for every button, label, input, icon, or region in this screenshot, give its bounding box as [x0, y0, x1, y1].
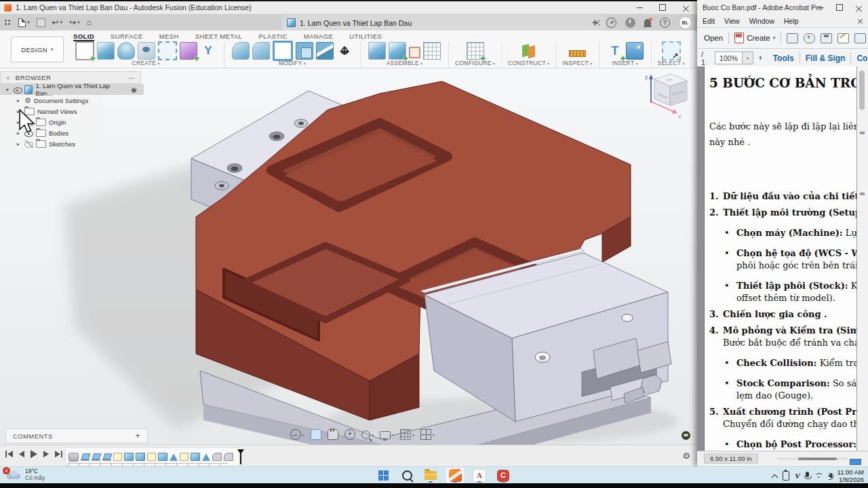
select-group-label[interactable]: SELECT▾: [658, 60, 685, 66]
undo-button[interactable]: ↩▾: [52, 18, 63, 27]
look-at-button[interactable]: [311, 429, 321, 440]
create-sketch-icon[interactable]: [75, 41, 94, 60]
toolbar-options-icon[interactable]: ⇟: [758, 55, 763, 61]
save-button[interactable]: [37, 18, 45, 27]
acrobat-tab-fill-sign[interactable]: Fill & Sign: [806, 54, 846, 63]
measure-icon[interactable]: [569, 50, 586, 57]
open-button[interactable]: Open: [704, 34, 723, 42]
configure-group-label[interactable]: CONFIGURE▾: [455, 60, 495, 66]
acrobat-tab-tools[interactable]: Tools: [773, 54, 794, 63]
job-status-icon[interactable]: [625, 18, 635, 28]
sign-icon[interactable]: [837, 33, 849, 43]
fusion-taskbar-button[interactable]: [446, 467, 465, 484]
menu-help[interactable]: Help: [784, 17, 799, 25]
timeline-settings-icon[interactable]: ⚙: [682, 451, 690, 461]
volume-icon[interactable]: [828, 473, 832, 479]
clock[interactable]: 11:00 AM 1/8/2026: [837, 468, 864, 483]
acrobat-tab-com[interactable]: Com: [856, 54, 868, 63]
hscroll-thumb[interactable]: [798, 458, 837, 460]
horizontal-scrollbar[interactable]: [777, 458, 848, 460]
acrobat-document-area[interactable]: 5 BƯỚC CƠ BẢN TRONG LẬPCác bước này sẽ l…: [697, 66, 868, 451]
zoom-button[interactable]: [344, 429, 355, 440]
timeline-sketch-icon[interactable]: [147, 453, 156, 461]
maximize-button[interactable]: [651, 1, 674, 14]
select-icon[interactable]: [662, 41, 681, 60]
combine-icon[interactable]: [296, 42, 313, 60]
extensions-icon[interactable]: [606, 18, 616, 28]
viewports-button[interactable]: ▾: [420, 429, 435, 440]
browser-item-document-settings[interactable]: ▸⚙Document Settings: [0, 95, 103, 106]
timeline-plane-icon[interactable]: [102, 453, 111, 461]
acrobat-taskbar-button[interactable]: A: [471, 468, 488, 483]
visibility-eye-icon[interactable]: [24, 140, 33, 148]
pan-button[interactable]: [328, 429, 338, 440]
add-comment-button[interactable]: +: [136, 431, 140, 441]
create-group-label[interactable]: CREATE▾: [132, 60, 160, 66]
orbit-button[interactable]: ▾: [290, 429, 304, 440]
menu-window[interactable]: Window: [749, 17, 774, 25]
timeline-step-forward-button[interactable]: [43, 451, 49, 458]
weather-widget[interactable]: 4 19°C Có mây: [5, 468, 45, 481]
ribbon-tab-manage[interactable]: MANAGE: [304, 33, 334, 41]
cloud-upload-icon[interactable]: [804, 33, 815, 43]
insert-tspline-icon[interactable]: [607, 43, 623, 59]
timeline-plane-icon[interactable]: [81, 453, 90, 461]
timeline-step-back-button[interactable]: [19, 451, 24, 458]
extrude-icon[interactable]: [97, 42, 115, 60]
close-button[interactable]: [674, 1, 697, 14]
joint-icon[interactable]: [389, 42, 406, 60]
new-tab-button[interactable]: +: [592, 17, 597, 28]
camtasia-taskbar-button[interactable]: C: [494, 468, 512, 483]
timeline-fillet-icon[interactable]: [224, 453, 233, 461]
press-pull-icon[interactable]: [232, 42, 250, 60]
redo-button[interactable]: ↪▾: [69, 18, 80, 27]
browser-item-sketches[interactable]: ▸Sketches: [0, 138, 103, 149]
home-button[interactable]: ⌂: [87, 18, 92, 27]
browser-item-bodies[interactable]: ▸Bodies: [0, 127, 103, 138]
timeline-go-end-button[interactable]: [55, 451, 62, 458]
viewport-canvas[interactable]: TOP FRONT RIG HT Z X « BROWSER — ▾1. Lam…: [0, 68, 697, 445]
hole-icon[interactable]: [138, 42, 155, 60]
comments-panel[interactable]: COMMENTS +: [5, 428, 148, 443]
menu-edit[interactable]: Edit: [703, 17, 715, 25]
ribbon-tab-mesh[interactable]: MESH: [159, 33, 179, 41]
ribbon-tab-surface[interactable]: SURFACE: [111, 33, 143, 41]
inspect-group-label[interactable]: INSPECT▾: [562, 60, 592, 66]
acrobat-maximize-button[interactable]: [830, 0, 849, 15]
move-copy-icon[interactable]: [336, 43, 353, 59]
create-button[interactable]: Create ▾: [734, 33, 775, 43]
timeline-component-icon[interactable]: [68, 453, 79, 462]
bom-table-icon[interactable]: [423, 42, 441, 60]
timeline-sketch-icon[interactable]: [113, 453, 122, 461]
minimize-button[interactable]: [628, 1, 651, 14]
activate-component-icon[interactable]: ◉: [131, 86, 137, 94]
timeline-play-button[interactable]: [31, 450, 37, 458]
minimize-panel-icon[interactable]: —: [128, 74, 135, 81]
timeline-plane-icon[interactable]: [92, 453, 100, 461]
ribbon-tab-utilities[interactable]: UTILITIES: [349, 33, 382, 41]
display-settings-button[interactable]: ▾: [380, 430, 394, 439]
fit-button[interactable]: ▾: [361, 430, 374, 439]
menu-close-icon[interactable]: [858, 19, 863, 24]
timeline-go-start-button[interactable]: [5, 451, 13, 458]
notifications-icon[interactable]: [644, 19, 651, 26]
ribbon-tab-sheet-metal[interactable]: SHEET METAL: [195, 33, 243, 41]
wifi-icon[interactable]: [814, 473, 823, 479]
print-icon[interactable]: [821, 33, 832, 43]
workspace-switcher[interactable]: DESIGN ▾: [11, 37, 64, 62]
scrollbar-thumb[interactable]: [859, 70, 865, 110]
rigid-group-icon[interactable]: [409, 47, 420, 58]
construct-plane-icon[interactable]: [521, 43, 537, 59]
ribbon-tab-solid[interactable]: SOLID: [73, 33, 94, 41]
start-button[interactable]: [374, 468, 392, 483]
vertical-scrollbar[interactable]: [856, 66, 868, 451]
comment-marker[interactable]: [860, 131, 865, 134]
browser-item-origin[interactable]: ▸Origin: [0, 117, 103, 127]
comment-marker[interactable]: [860, 192, 865, 195]
viewcube[interactable]: TOP FRONT RIG HT Z X: [639, 70, 692, 123]
file-menu-button[interactable]: ▾: [18, 18, 30, 27]
acrobat-minimize-button[interactable]: [811, 0, 830, 15]
avatar[interactable]: BL: [679, 16, 692, 29]
configuration-icon[interactable]: [467, 42, 484, 60]
new-component-icon[interactable]: [368, 42, 386, 60]
